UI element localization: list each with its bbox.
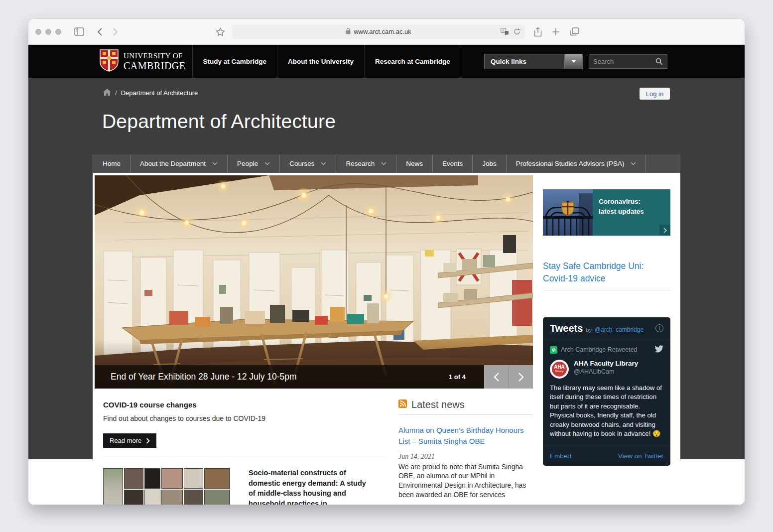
tab-research[interactable]: Research	[336, 154, 396, 173]
featured-article: Socio-material constructs of domestic en…	[103, 468, 386, 505]
twitter-bird-icon	[654, 345, 663, 355]
tab-people[interactable]: People	[227, 154, 279, 173]
chevron-down-icon	[321, 162, 326, 165]
nav-study-at-cambridge[interactable]: Study at Cambridge	[192, 45, 277, 78]
tab-jobs[interactable]: Jobs	[472, 154, 506, 173]
browser-window: www.arct.cam.ac.uk A	[28, 19, 745, 505]
site-viewport: UNIVERSITY OF CAMBRIDGE Study at Cambrid…	[28, 45, 745, 505]
read-more-button[interactable]: Read more	[103, 433, 156, 448]
tweet-author: AHA library AHA Faculty Library @AHALibC…	[550, 360, 663, 379]
tab-events[interactable]: Events	[432, 154, 472, 173]
news-item-link[interactable]: Alumna on Queen’s Birthday Honours List …	[398, 425, 533, 447]
news-item-date: Jun 14, 2021	[398, 453, 533, 461]
new-tab-icon[interactable]	[552, 28, 560, 36]
chevron-down-icon	[212, 162, 218, 165]
thumb-tile	[144, 468, 160, 489]
tab-label: Courses	[289, 160, 314, 167]
search-icon[interactable]	[651, 55, 667, 68]
stay-safe-link[interactable]: Stay Safe Cambridge Uni: Covid-19 advice	[543, 260, 670, 285]
university-logo[interactable]: UNIVERSITY OF CAMBRIDGE	[100, 45, 186, 78]
retweeted-label: Arch Cambridge Retweeted	[561, 346, 638, 353]
info-icon[interactable]: i	[655, 324, 663, 332]
svg-text:A: A	[502, 29, 505, 32]
thumb-tile	[124, 468, 143, 489]
translate-icon[interactable]: A	[501, 24, 509, 39]
right-sidebar: Coronavirus: latest updates Stay Safe Ca…	[543, 175, 670, 505]
university-header: UNIVERSITY OF CAMBRIDGE Study at Cambrid…	[28, 45, 745, 78]
carousel-next-button[interactable]	[509, 365, 533, 389]
news-item-excerpt: We are proud to note that Sumita Singha …	[398, 463, 533, 500]
tweets-header: Tweets by @arch_cambridge i	[543, 317, 670, 339]
rss-icon[interactable]	[398, 399, 407, 410]
avatar[interactable]: AHA library	[550, 360, 569, 379]
thumb-tile	[184, 468, 203, 489]
gate-photo	[543, 189, 593, 236]
quick-links-label: Quick links	[485, 54, 564, 69]
tweets-account-link[interactable]: @arch_cambridge	[595, 326, 644, 333]
tweet-author-handle[interactable]: @AHALibCam	[574, 368, 638, 375]
news-divider	[398, 414, 533, 415]
coronavirus-card[interactable]: Coronavirus: latest updates	[543, 189, 670, 236]
zoom-window-button[interactable]	[55, 29, 61, 35]
tab-psa[interactable]: Professional Studies Advisors (PSA)	[506, 154, 646, 173]
login-button[interactable]: Log in	[640, 88, 670, 100]
latest-news-header: Latest news	[398, 399, 533, 410]
chevron-down-icon	[631, 162, 636, 165]
tweets-footer: Embed View on Twitter	[543, 446, 670, 466]
home-icon[interactable]	[103, 89, 111, 97]
carousel-prev-button[interactable]	[484, 365, 509, 389]
nav-research-at-cambridge[interactable]: Research at Cambridge	[364, 45, 461, 78]
latest-news-section: Latest news Alumna on Queen’s Birthday H…	[398, 389, 533, 505]
tab-label: Home	[103, 160, 121, 167]
coronavirus-card-body: Coronavirus: latest updates	[593, 189, 670, 236]
minimize-window-button[interactable]	[45, 29, 51, 35]
address-bar[interactable]: www.arct.cam.ac.uk A	[232, 24, 525, 39]
article-thumbnail[interactable]	[103, 468, 230, 505]
share-icon[interactable]	[534, 27, 542, 37]
search-input[interactable]	[589, 55, 651, 68]
tab-about-the-department[interactable]: About the Department	[130, 154, 227, 173]
window-controls	[35, 29, 61, 35]
quick-links-arrow-button[interactable]	[564, 54, 582, 69]
thumb-tile	[184, 490, 203, 505]
below-hero: COVID-19 course changes Find out about c…	[95, 389, 533, 505]
sidebar-toggle-icon[interactable]	[74, 27, 84, 36]
hero-image	[95, 175, 533, 389]
tweets-title: Tweets	[550, 323, 583, 334]
tab-label: Professional Studies Advisors (PSA)	[516, 160, 625, 167]
tweet-author-name[interactable]: AHA Faculty Library	[574, 360, 638, 367]
breadcrumb-separator: /	[115, 89, 117, 97]
left-column: End of Year Exhibition 28 June - 12 July…	[95, 175, 533, 505]
tab-news[interactable]: News	[396, 154, 432, 173]
tweet-text: The library may seem like a shadow of it…	[550, 384, 663, 439]
department-nav: Home About the Department People Courses…	[93, 154, 680, 173]
close-window-button[interactable]	[35, 29, 41, 35]
nav-about-the-university[interactable]: About the University	[277, 45, 364, 78]
tab-label: People	[237, 160, 258, 167]
reload-icon[interactable]	[514, 24, 520, 39]
nav-filler	[645, 154, 680, 173]
back-button[interactable]	[97, 27, 103, 36]
tab-courses[interactable]: Courses	[279, 154, 336, 173]
hero-counter: 1 of 4	[449, 373, 466, 381]
tab-label: About the Department	[140, 160, 206, 167]
tab-overview-icon[interactable]	[570, 27, 579, 36]
retweet-icon	[550, 346, 557, 354]
article-title[interactable]: Socio-material constructs of domestic en…	[249, 468, 373, 505]
bookmark-star-icon[interactable]	[216, 27, 225, 36]
quick-links-dropdown[interactable]: Quick links	[484, 54, 583, 69]
carousel-controls	[484, 365, 533, 389]
forward-button[interactable]	[113, 27, 118, 36]
chevron-right-icon	[146, 438, 150, 444]
thumb-tile	[124, 490, 143, 505]
retweet-row: Arch Cambridge Retweeted	[550, 345, 663, 355]
covid-heading: COVID-19 course changes	[103, 400, 386, 409]
tab-home[interactable]: Home	[93, 154, 130, 173]
tweets-widget: Tweets by @arch_cambridge i Arch Cambrid…	[543, 317, 670, 466]
view-on-twitter-link[interactable]: View on Twitter	[618, 452, 663, 460]
coronavirus-card-arrow[interactable]	[659, 225, 670, 236]
thumb-tile	[204, 468, 230, 489]
lock-icon	[346, 28, 351, 36]
tab-label: News	[406, 160, 423, 167]
embed-link[interactable]: Embed	[550, 452, 571, 460]
